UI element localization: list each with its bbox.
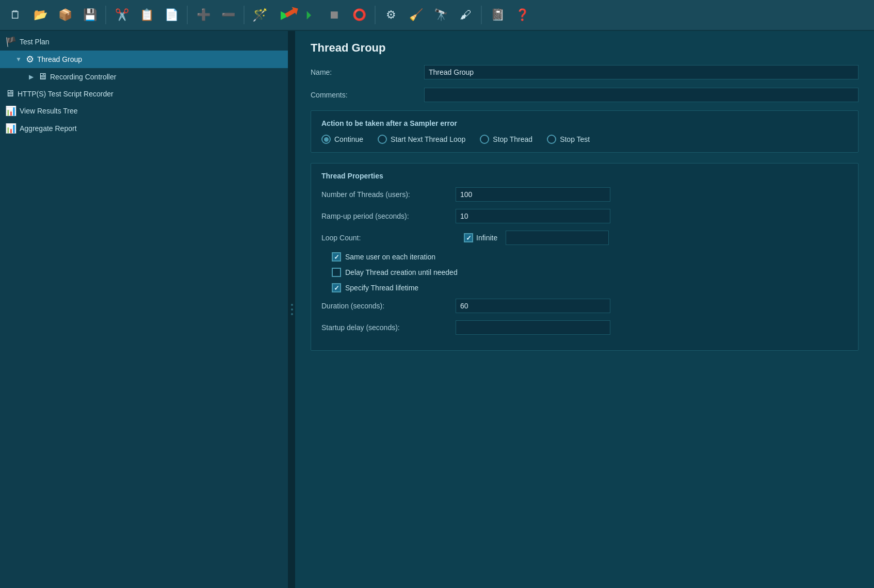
sidebar-item-label-aggregate-report: Aggregate Report (20, 124, 77, 133)
sidebar-item-label-http-recorder: HTTP(S) Test Script Recorder (18, 90, 114, 98)
ramp-up-label: Ramp-up period (seconds): (321, 212, 456, 220)
shutdown-button[interactable]: ⭕ (348, 4, 370, 26)
name-label: Name: (311, 68, 424, 76)
view-results-icon: 📊 (5, 105, 17, 117)
infinite-checkbox[interactable] (464, 233, 473, 242)
sidebar: 🏴 Test Plan ▼ ⚙ Thread Group ▶ 🖥 Recordi… (0, 31, 289, 588)
error-action-section: Action to be taken after a Sampler error… (311, 110, 859, 153)
binoculars-button[interactable]: 🔭 (429, 4, 452, 26)
infinite-check-container: Infinite (464, 233, 497, 242)
log-button[interactable]: 📓 (486, 4, 509, 26)
sidebar-item-label-recording-controller: Recording Controller (50, 73, 116, 81)
sidebar-item-label-thread-group: Thread Group (37, 55, 82, 63)
thread-props-title: Thread Properties (321, 172, 848, 180)
main-layout: 🏴 Test Plan ▼ ⚙ Thread Group ▶ 🖥 Recordi… (0, 31, 874, 588)
loop-count-label: Loop Count: (321, 234, 456, 242)
same-user-checkbox[interactable] (332, 252, 341, 262)
panel-title: Thread Group (311, 41, 859, 55)
radio-stop-thread-label: Stop Thread (493, 135, 532, 143)
http-recorder-icon: 🖥 (5, 88, 14, 99)
paint-button[interactable]: 🖌 (454, 4, 477, 26)
wand-button[interactable]: 🪄 (249, 4, 271, 26)
sidebar-item-recording-controller[interactable]: ▶ 🖥 Recording Controller (0, 68, 288, 85)
num-threads-input[interactable] (456, 187, 610, 202)
drag-dot-1 (291, 304, 293, 306)
delay-creation-checkbox[interactable] (332, 268, 341, 277)
name-input[interactable] (424, 65, 859, 79)
cut-button[interactable]: ✂️ (110, 4, 133, 26)
new-file-button[interactable]: 🗒 (4, 4, 27, 26)
num-threads-row: Number of Threads (users): (321, 187, 848, 202)
startup-delay-input[interactable] (456, 320, 610, 335)
delay-creation-label: Delay Thread creation until needed (345, 268, 458, 276)
specify-lifetime-row[interactable]: Specify Thread lifetime (321, 283, 848, 292)
content-panel: Thread Group Name: Comments: Action to b… (295, 31, 874, 588)
radio-continue-circle (321, 135, 331, 144)
ramp-up-row: Ramp-up period (seconds): (321, 209, 848, 223)
startup-delay-label: Startup delay (seconds): (321, 323, 456, 332)
separator-4 (375, 6, 376, 24)
radio-stop-test-circle (547, 135, 556, 144)
startup-delay-row: Startup delay (seconds): (321, 320, 848, 335)
drag-dot-3 (291, 313, 293, 315)
thread-group-icon: ⚙ (26, 54, 34, 65)
radio-stop-thread[interactable]: Stop Thread (480, 135, 532, 144)
infinite-label: Infinite (476, 234, 497, 242)
sidebar-item-test-plan[interactable]: 🏴 Test Plan (0, 33, 288, 51)
radio-continue[interactable]: Continue (321, 135, 363, 144)
sidebar-item-label-view-results-tree: View Results Tree (20, 107, 78, 115)
recording-controller-icon: 🖥 (38, 71, 47, 82)
separator-2 (187, 6, 188, 24)
copy-button[interactable]: 📋 (135, 4, 158, 26)
test-plan-icon: 🏴 (5, 36, 17, 47)
separator-1 (105, 6, 106, 24)
broom-button[interactable]: 🧹 (404, 4, 427, 26)
aggregate-report-icon: 📊 (5, 123, 17, 134)
separator-3 (244, 6, 245, 24)
remove-button[interactable]: ➖ (217, 4, 239, 26)
thread-properties-section: Thread Properties Number of Threads (use… (311, 163, 859, 351)
comments-label: Comments: (311, 91, 424, 99)
same-user-row[interactable]: Same user on each iteration (321, 252, 848, 262)
settings-button[interactable]: ⚙ (380, 4, 402, 26)
sidebar-item-label-test-plan: Test Plan (20, 38, 50, 46)
radio-row: Continue Start Next Thread Loop Stop Thr… (321, 135, 848, 144)
specify-lifetime-checkbox[interactable] (332, 283, 341, 292)
radio-stop-test[interactable]: Stop Test (547, 135, 590, 144)
specify-lifetime-label: Specify Thread lifetime (345, 284, 418, 292)
add-button[interactable]: ➕ (192, 4, 215, 26)
start-no-pause-button[interactable]: ⏵ (298, 4, 321, 26)
radio-stop-test-label: Stop Test (560, 135, 590, 143)
duration-input[interactable] (456, 299, 610, 313)
duration-row: Duration (seconds): (321, 299, 848, 313)
name-row: Name: (311, 65, 859, 79)
expand-thread-group: ▼ (15, 56, 22, 63)
delay-creation-row[interactable]: Delay Thread creation until needed (321, 268, 848, 277)
radio-continue-label: Continue (334, 135, 363, 143)
comments-row: Comments: (311, 88, 859, 102)
save-button[interactable]: 💾 (78, 4, 101, 26)
same-user-label: Same user on each iteration (345, 253, 435, 261)
drag-dot-2 (291, 308, 293, 311)
save-all-button[interactable]: 📦 (54, 4, 76, 26)
radio-start-next-loop[interactable]: Start Next Thread Loop (378, 135, 465, 144)
start-button[interactable]: ▶ (273, 4, 296, 26)
help-button[interactable]: ❓ (511, 4, 533, 26)
sidebar-item-view-results-tree[interactable]: 📊 View Results Tree (0, 102, 288, 120)
separator-5 (481, 6, 482, 24)
radio-start-next-loop-circle (378, 135, 387, 144)
stop-button[interactable]: ⏹ (323, 4, 346, 26)
radio-stop-thread-circle (480, 135, 489, 144)
paste-button[interactable]: 📄 (160, 4, 183, 26)
radio-start-next-loop-label: Start Next Thread Loop (391, 135, 465, 143)
open-button[interactable]: 📂 (29, 4, 52, 26)
toolbar: 🗒 📂 📦 💾 ✂️ 📋 📄 ➕ ➖ ➡ 🪄 ▶ ⏵ ⏹ ⭕ ⚙ 🧹 🔭 🖌 📓… (0, 0, 874, 31)
sidebar-item-aggregate-report[interactable]: 📊 Aggregate Report (0, 120, 288, 137)
loop-count-input[interactable] (506, 231, 609, 245)
ramp-up-input[interactable] (456, 209, 610, 223)
num-threads-label: Number of Threads (users): (321, 190, 456, 199)
sidebar-resize-handle[interactable] (289, 31, 295, 588)
comments-input[interactable] (424, 88, 859, 102)
sidebar-item-http-recorder[interactable]: 🖥 HTTP(S) Test Script Recorder (0, 85, 288, 102)
sidebar-item-thread-group[interactable]: ▼ ⚙ Thread Group (0, 51, 288, 68)
